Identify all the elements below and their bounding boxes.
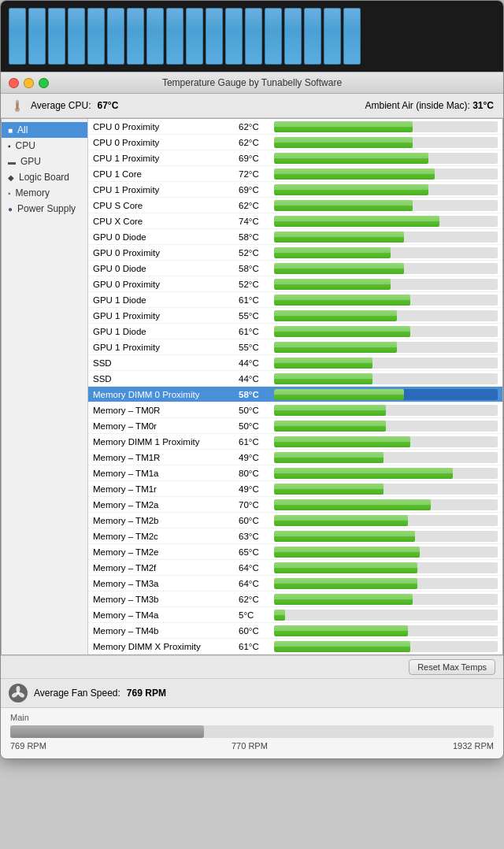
table-row[interactable]: CPU 0 Proximity62°C [88, 135, 502, 150]
table-row[interactable]: Memory – TM2c63°C [88, 528, 502, 544]
temp-bar-container [274, 452, 498, 463]
title-bar: Temperature Gauge by Tunabelly Software [1, 72, 503, 94]
temp-bar-container [274, 263, 498, 274]
table-row[interactable]: Memory – TM0r50°C [88, 418, 502, 434]
window-controls [9, 78, 49, 88]
temp-sensor-name: Memory – TM1R [93, 453, 239, 462]
reset-max-temps-button[interactable]: Reset Max Temps [409, 659, 495, 675]
temp-sensor-name: GPU 0 Proximity [93, 248, 239, 258]
sidebar-item-logic[interactable]: ◆Logic Board [2, 169, 87, 185]
temp-sensor-value: 62°C [239, 122, 274, 132]
table-row[interactable]: Memory – TM2b60°C [88, 513, 502, 528]
table-row[interactable]: Memory – TM4a5°C [88, 607, 502, 623]
temp-bar-container [274, 436, 498, 447]
table-row[interactable]: GPU 0 Diode58°C [88, 229, 502, 245]
table-row[interactable]: GPU 1 Diode61°C [88, 292, 502, 308]
table-row[interactable]: Memory – TM1r49°C [88, 481, 502, 497]
temp-bar-fill [274, 421, 386, 432]
table-row[interactable]: GPU 1 Proximity55°C [88, 339, 502, 355]
table-row[interactable]: Memory – TM1R49°C [88, 450, 502, 465]
table-row[interactable]: GPU 0 Diode58°C [88, 261, 502, 276]
table-row[interactable]: CPU 0 Proximity62°C [88, 119, 502, 135]
memory-icon: ▪ [8, 189, 11, 198]
ambient-label: Ambient Air (inside Mac): [365, 100, 469, 111]
table-row[interactable]: Memory DIMM 0 Proximity58°C [88, 387, 502, 402]
temp-bar-container [274, 153, 498, 164]
memory-stick [9, 8, 26, 65]
temp-sensor-value: 70°C [239, 500, 274, 510]
temp-bar-container [274, 373, 498, 384]
memory-stick [48, 8, 65, 65]
sidebar-item-all[interactable]: ■All [2, 122, 87, 138]
table-row[interactable]: Memory DIMM 1 Proximity61°C [88, 434, 502, 450]
temp-sensor-name: GPU 0 Diode [93, 232, 239, 242]
sidebar-item-cpu[interactable]: ▪CPU [2, 138, 87, 154]
table-row[interactable]: GPU 1 Proximity55°C [88, 308, 502, 324]
temp-sensor-value: 64°C [239, 563, 274, 573]
table-row[interactable]: Memory – TM2a70°C [88, 497, 502, 513]
table-row[interactable]: CPU 1 Proximity69°C [88, 182, 502, 198]
sidebar-label-gpu: GPU [20, 156, 41, 167]
temp-bar-container [274, 562, 498, 573]
temp-sensor-value: 62°C [239, 595, 274, 604]
temp-bar-container [274, 232, 498, 243]
temp-bar-container [274, 499, 498, 510]
table-row[interactable]: CPU 1 Core72°C [88, 166, 502, 182]
temp-sensor-value: 61°C [239, 295, 274, 305]
temp-bar-fill [274, 594, 413, 605]
temp-sensor-name: CPU 1 Core [93, 169, 239, 179]
temp-sensor-value: 44°C [239, 374, 274, 384]
temp-sensor-name: CPU 0 Proximity [93, 138, 239, 147]
sidebar-label-all: All [17, 124, 28, 135]
table-row[interactable]: Memory – TM0R50°C [88, 402, 502, 418]
table-row[interactable]: Memory – TM3b62°C [88, 591, 502, 607]
table-row[interactable]: Memory – TM4b60°C [88, 623, 502, 639]
reset-bar: Reset Max Temps [1, 655, 503, 678]
sidebar-item-memory[interactable]: ▪Memory [2, 185, 87, 201]
table-row[interactable]: CPU S Core62°C [88, 198, 502, 213]
memory-stick [206, 8, 223, 65]
temp-bar-fill [274, 468, 453, 479]
table-row[interactable]: GPU 0 Proximity52°C [88, 276, 502, 292]
temp-bar-fill [274, 562, 417, 573]
table-row[interactable]: Memory – TM2f64°C [88, 560, 502, 576]
temp-sensor-name: Memory – TM1a [93, 469, 239, 478]
temp-bar-container [274, 295, 498, 306]
temp-bar-fill [274, 358, 372, 369]
temp-bar-fill [274, 373, 372, 384]
memory-stick [304, 8, 321, 65]
table-row[interactable]: CPU 1 Proximity69°C [88, 150, 502, 166]
table-row[interactable]: Memory – TM1a80°C [88, 465, 502, 481]
table-row[interactable]: CPU X Core74°C [88, 213, 502, 229]
temp-bar-fill [274, 137, 413, 148]
table-row[interactable]: GPU 0 Proximity52°C [88, 245, 502, 261]
sidebar-item-gpu[interactable]: ▬GPU [2, 154, 87, 169]
table-row[interactable]: SSD44°C [88, 355, 502, 371]
minimize-button[interactable] [24, 78, 34, 88]
temp-bar-fill [274, 499, 431, 510]
temp-sensor-value: 69°C [239, 154, 274, 163]
temp-sensor-value: 62°C [239, 138, 274, 147]
memory-stick [324, 8, 341, 65]
sidebar-item-power[interactable]: ●Power Supply [2, 201, 87, 217]
close-button[interactable] [9, 78, 19, 88]
table-row[interactable]: SSD44°C [88, 371, 502, 387]
temp-sensor-value: 58°C [239, 232, 274, 242]
temp-bar-fill [274, 436, 410, 447]
temp-sensor-value: 55°C [239, 311, 274, 321]
temp-bar-container [274, 200, 498, 211]
temp-bar-fill [274, 625, 408, 636]
table-row[interactable]: GPU 1 Diode61°C [88, 324, 502, 339]
temp-bar-fill [274, 263, 404, 274]
temp-sensor-name: SSD [93, 374, 239, 384]
rpm-bar-fill [10, 725, 204, 738]
table-row[interactable]: Memory DIMM X Proximity61°C [88, 639, 502, 654]
temp-bar-fill [274, 310, 397, 321]
table-row[interactable]: Memory – TM2e65°C [88, 544, 502, 560]
main-panel: ■All▪CPU▬GPU◆Logic Board▪Memory●Power Su… [1, 118, 503, 655]
ambient-value: 31°C [472, 100, 494, 111]
temp-bar-fill [274, 547, 420, 558]
table-row[interactable]: Memory – TM3a64°C [88, 576, 502, 591]
maximize-button[interactable] [39, 78, 49, 88]
memory-stick [265, 8, 282, 65]
